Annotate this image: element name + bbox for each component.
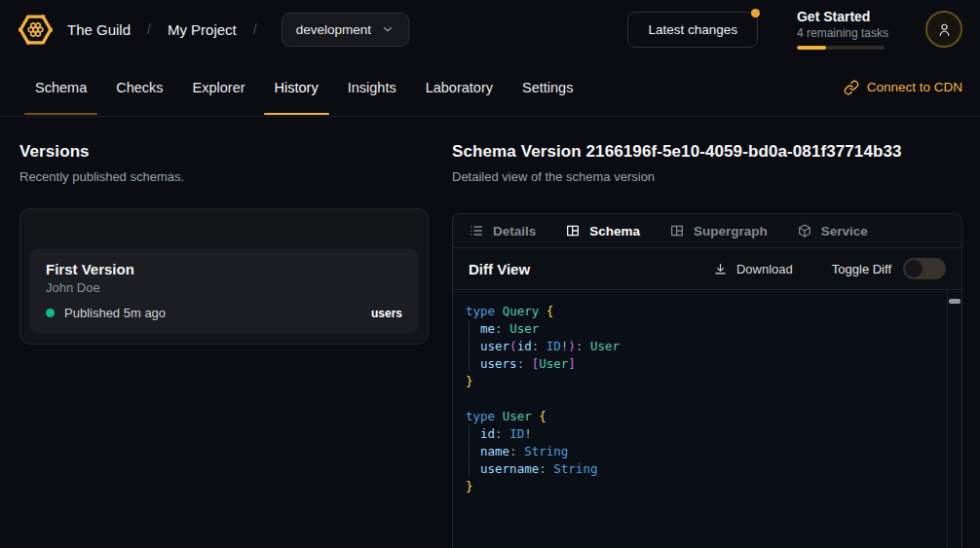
nav-tab-label: Insights: [348, 80, 396, 95]
version-list-item[interactable]: First Version John Doe Published 5m ago …: [30, 249, 418, 334]
version-author: John Doe: [46, 280, 402, 295]
connect-to-cdn-label: Connect to CDN: [867, 80, 962, 94]
nav-tab-schema[interactable]: Schema: [20, 58, 101, 116]
nav-tab-history[interactable]: History: [260, 58, 333, 116]
version-detail-tabs: DetailsSchemaSupergraphService: [453, 214, 961, 248]
nav-tab-label: Explorer: [193, 80, 245, 95]
download-icon: [713, 262, 728, 276]
detail-tab-label: Supergraph: [694, 224, 768, 238]
hive-logo-icon[interactable]: [18, 12, 54, 48]
columns-icon: [669, 223, 685, 238]
detail-tab-supergraph[interactable]: Supergraph: [669, 223, 768, 238]
list-icon: [469, 223, 484, 238]
version-detail-title: Schema Version 2166196f-5e10-4059-bd0a-0…: [452, 142, 962, 162]
versions-title: Versions: [19, 142, 429, 162]
version-detail-panel: DetailsSchemaSupergraphService Diff View…: [452, 213, 962, 548]
service-badge: users: [371, 307, 402, 320]
versions-column: Versions Recently published schemas. Fir…: [19, 142, 429, 548]
get-started-progress: [797, 46, 885, 50]
nav-tab-insights[interactable]: Insights: [333, 58, 411, 116]
detail-tab-details[interactable]: Details: [469, 223, 536, 238]
primary-nav-tabs: SchemaChecksExplorerHistoryInsightsLabor…: [18, 58, 587, 116]
code-line: name: String: [466, 443, 938, 460]
detail-tab-label: Details: [493, 224, 536, 238]
version-detail-column: Schema Version 2166196f-5e10-4059-bd0a-0…: [452, 142, 962, 548]
code-line: }: [466, 373, 938, 390]
latest-changes-label: Latest changes: [648, 22, 737, 37]
version-status: Published 5m ago: [64, 306, 166, 320]
notification-dot: [751, 9, 760, 18]
published-status-dot: [46, 309, 55, 317]
get-started-subtitle: 4 remaining tasks: [797, 26, 888, 40]
target-selector-value: development: [296, 22, 371, 37]
version-detail-subtitle: Detailed view of the schema version: [452, 169, 962, 184]
breadcrumb-separator: /: [144, 21, 154, 37]
nav-tab-label: Schema: [35, 80, 87, 95]
nav-tab-explorer[interactable]: Explorer: [178, 58, 260, 116]
code-scrollbar-thumb[interactable]: [949, 299, 961, 304]
nav-tab-settings[interactable]: Settings: [508, 58, 587, 116]
nav-tab-laboratory[interactable]: Laboratory: [411, 58, 508, 116]
code-scrollbar-track: [947, 290, 948, 548]
toggle-diff-label: Toggle Diff: [832, 262, 891, 276]
code-line: users: [User]: [466, 355, 938, 373]
toggle-diff-switch[interactable]: [903, 258, 946, 279]
diff-view-header: Diff View Download Toggle Diff: [453, 248, 961, 290]
cube-icon: [797, 223, 812, 238]
detail-tab-label: Service: [821, 224, 868, 238]
code-line: }: [466, 478, 938, 495]
schema-sdl-code: type Query {me: Useruser(id: ID!): Useru…: [453, 290, 961, 495]
code-line: [466, 390, 938, 408]
code-line: user(id: ID!): User: [466, 338, 938, 355]
top-bar: The Guild / My Project / development Lat…: [0, 0, 980, 58]
nav-tab-label: Checks: [116, 80, 163, 95]
chevron-down-icon: [381, 22, 395, 36]
schema-code-viewer: type Query {me: Useruser(id: ID!): Useru…: [453, 290, 961, 548]
nav-tab-label: Settings: [522, 80, 573, 95]
link-icon: [844, 80, 859, 95]
connect-to-cdn-link[interactable]: Connect to CDN: [844, 58, 962, 116]
person-icon: [936, 21, 953, 38]
detail-tab-schema[interactable]: Schema: [565, 223, 640, 238]
main-content: Versions Recently published schemas. Fir…: [0, 117, 980, 548]
nav-tab-checks[interactable]: Checks: [101, 58, 177, 116]
diff-view-title: Diff View: [469, 261, 530, 277]
get-started-title: Get Started: [797, 9, 888, 24]
version-name: First Version: [46, 261, 402, 277]
breadcrumb-project[interactable]: My Project: [168, 21, 237, 38]
download-button[interactable]: Download: [713, 262, 793, 276]
code-line: id: ID!: [466, 425, 938, 443]
latest-changes-button[interactable]: Latest changes: [627, 12, 758, 48]
detail-tab-label: Schema: [589, 224, 640, 238]
breadcrumb-org[interactable]: The Guild: [67, 21, 131, 38]
get-started-widget[interactable]: Get Started 4 remaining tasks: [797, 9, 888, 50]
breadcrumb: The Guild / My Project /: [67, 21, 260, 38]
nav-tab-label: History: [275, 80, 319, 95]
nav-tab-underline: [264, 113, 329, 115]
columns-icon: [565, 223, 581, 238]
breadcrumb-separator: /: [250, 21, 260, 37]
versions-list: First Version John Doe Published 5m ago …: [19, 208, 429, 345]
code-line: me: User: [466, 320, 938, 338]
detail-tab-service[interactable]: Service: [797, 223, 868, 238]
versions-subtitle: Recently published schemas.: [19, 169, 429, 184]
code-line: username: String: [466, 460, 938, 478]
primary-nav: SchemaChecksExplorerHistoryInsightsLabor…: [0, 58, 980, 117]
target-selector-dropdown[interactable]: development: [282, 13, 409, 47]
toggle-knob: [905, 260, 923, 277]
nav-tab-label: Laboratory: [426, 80, 493, 95]
download-label: Download: [736, 262, 793, 276]
code-line: type User {: [466, 408, 938, 425]
nav-tab-underline: [24, 113, 97, 115]
user-avatar[interactable]: [925, 11, 962, 48]
code-line: type Query {: [466, 303, 938, 320]
